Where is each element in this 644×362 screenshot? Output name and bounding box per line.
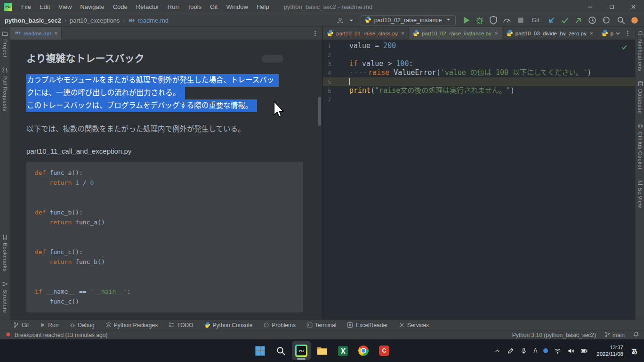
- settings-sync-button[interactable]: [630, 15, 639, 25]
- debug-button[interactable]: [475, 15, 484, 25]
- run-button[interactable]: [461, 15, 471, 25]
- editor-line[interactable]: 3 if value > 100:: [323, 59, 635, 68]
- taskbar-search[interactable]: [271, 341, 290, 360]
- menu-navigate[interactable]: Navigate: [76, 0, 108, 14]
- tool-stripe-github-copilot[interactable]: GitHub Copilot: [637, 123, 644, 169]
- coverage-button[interactable]: [489, 15, 498, 25]
- tool-stripe-sciview[interactable]: SciView: [637, 179, 644, 208]
- taskbar-explorer[interactable]: [313, 341, 331, 360]
- preview-scrollbar-thumb[interactable]: [318, 97, 321, 126]
- gutter-line-number[interactable]: 5: [323, 77, 345, 86]
- ime-indicator[interactable]: あ: [631, 346, 637, 355]
- tool-window-problems[interactable]: Problems: [263, 322, 296, 329]
- taskbar-chrome[interactable]: [354, 341, 373, 360]
- close-icon[interactable]: ×: [495, 31, 498, 36]
- markdown-icon: [128, 17, 135, 24]
- menu-run[interactable]: Run: [163, 0, 183, 14]
- taskbar-red-app[interactable]: C: [375, 341, 394, 360]
- menu-help[interactable]: Help: [252, 0, 274, 14]
- editor-line[interactable]: 1 value = 200: [323, 41, 635, 50]
- run-config-select[interactable]: part10_02_raise_instance: [361, 15, 456, 25]
- tool-stripe-pull-requests[interactable]: Pull Requests: [2, 67, 8, 111]
- git-branch[interactable]: main: [604, 331, 625, 339]
- editor-tab[interactable]: part10_03_divide_by_zero.py×: [502, 27, 597, 40]
- history-button[interactable]: [588, 15, 597, 25]
- taskbar-windows[interactable]: [250, 341, 269, 360]
- tool-stripe-notifications[interactable]: Notifications: [637, 31, 644, 71]
- code-editor[interactable]: 1 value = 200 2 3 if value > 100: 4 ····…: [323, 40, 635, 320]
- python-interpreter[interactable]: Python 3.10 (python_basic_sec2): [512, 332, 596, 338]
- tab-readme-md[interactable]: readme.md ×: [10, 27, 62, 40]
- battery-icon[interactable]: [580, 347, 588, 354]
- rollback-button[interactable]: [601, 15, 611, 25]
- tool-window-debug[interactable]: Debug: [69, 322, 94, 329]
- blue-dot-icon[interactable]: [543, 348, 548, 353]
- bell-icon[interactable]: [633, 331, 639, 337]
- editor-tab[interactable]: p: [597, 27, 614, 40]
- gutter-line-number[interactable]: 6: [323, 86, 345, 95]
- tool-stripe-project[interactable]: Project: [2, 31, 8, 58]
- breadcrumb-item[interactable]: part10_exceptions: [70, 17, 120, 24]
- tool-window-todo[interactable]: TODO: [169, 322, 193, 329]
- wifi-icon[interactable]: [554, 347, 561, 354]
- markdown-preview-content[interactable]: より複雑なトレースバック カラブルやモジュールをまたがる処理で例外が発生した場合…: [10, 40, 322, 320]
- close-button[interactable]: [622, 0, 644, 14]
- push-button[interactable]: [574, 15, 583, 25]
- mic-icon[interactable]: [520, 347, 527, 354]
- menu-code[interactable]: Code: [109, 0, 132, 14]
- user-menu[interactable]: [337, 17, 355, 24]
- close-icon[interactable]: ×: [54, 30, 57, 37]
- editor-line[interactable]: 6 print("raise文の後の処理は実行されません。"): [323, 86, 635, 95]
- menu-window[interactable]: Window: [222, 0, 252, 14]
- tool-window-services[interactable]: Services: [399, 322, 429, 329]
- tool-window-terminal[interactable]: Terminal: [306, 322, 336, 329]
- tool-stripe-structure[interactable]: Structure: [2, 281, 8, 313]
- gutter-line-number[interactable]: 4: [323, 68, 345, 77]
- close-icon[interactable]: ×: [590, 31, 593, 36]
- menu-view[interactable]: View: [54, 0, 76, 14]
- menu-refactor[interactable]: Refactor: [132, 0, 163, 14]
- tool-stripe-database[interactable]: Database: [637, 81, 644, 114]
- editor-line[interactable]: 5: [323, 77, 635, 86]
- minimize-button[interactable]: [579, 0, 601, 14]
- editor-line[interactable]: 2: [323, 50, 635, 59]
- editor-tab[interactable]: part10_02_raise_instance.py×: [409, 27, 502, 40]
- pen-icon[interactable]: [507, 347, 514, 354]
- editor-tab[interactable]: part10_01_raise_class.py×: [323, 27, 409, 40]
- search-button[interactable]: [616, 15, 626, 25]
- stop-button[interactable]: [516, 15, 525, 25]
- menu-git[interactable]: Git: [206, 0, 222, 14]
- menu-file[interactable]: File: [17, 0, 35, 14]
- kebab-icon[interactable]: [312, 30, 319, 37]
- tool-stripe-bookmarks[interactable]: Bookmarks: [2, 234, 8, 272]
- tool-window-python-console[interactable]: Python Console: [204, 322, 253, 329]
- tool-window-run[interactable]: Run: [40, 322, 58, 329]
- gutter-line-number[interactable]: 2: [323, 50, 345, 59]
- menu-edit[interactable]: Edit: [35, 0, 54, 14]
- update-button[interactable]: [547, 15, 556, 25]
- breadcrumb-item[interactable]: readme.md: [128, 17, 169, 24]
- kebab-icon[interactable]: [624, 30, 631, 37]
- chevron-up-icon[interactable]: [494, 347, 501, 354]
- taskbar-pycharm[interactable]: PC: [292, 341, 311, 360]
- editor-line[interactable]: 7: [323, 95, 635, 104]
- menu-tools[interactable]: Tools: [183, 0, 206, 14]
- gutter-line-number[interactable]: 1: [323, 41, 345, 50]
- taskbar-excel-app[interactable]: [333, 341, 352, 360]
- tool-window-excelreader[interactable]: ExcelReader: [347, 322, 388, 329]
- taskbar-clock[interactable]: 13:37 2022/11/08: [596, 344, 623, 357]
- gutter-line-number[interactable]: 3: [323, 59, 345, 68]
- gutter-line-number[interactable]: 7: [323, 95, 345, 104]
- letter-a-icon[interactable]: A: [533, 347, 537, 354]
- commit-button[interactable]: [560, 15, 570, 25]
- profiler-button[interactable]: [502, 15, 512, 25]
- breadcrumb-item[interactable]: python_basic_sec2: [5, 17, 61, 24]
- editor-line[interactable]: 4 ····raise ValueError('value の値は 100 以下…: [323, 68, 635, 77]
- volume-icon[interactable]: [567, 347, 574, 354]
- chevron-down-icon[interactable]: [614, 30, 621, 37]
- tool-window-python-packages[interactable]: Python Packages: [105, 322, 158, 329]
- maximize-button[interactable]: [601, 0, 622, 14]
- close-icon[interactable]: ×: [401, 31, 404, 36]
- tool-window-git[interactable]: Git: [13, 322, 29, 329]
- tab-label: readme.md: [24, 31, 51, 36]
